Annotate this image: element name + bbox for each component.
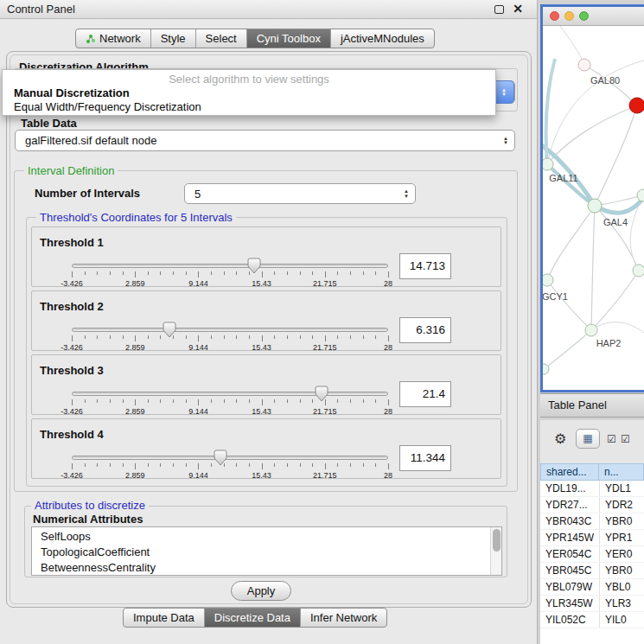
tick-mark — [186, 463, 187, 467]
network-tab-icon — [86, 34, 96, 44]
network-node[interactable] — [543, 158, 553, 170]
network-node[interactable] — [578, 59, 590, 71]
tick-label: 21.715 — [313, 407, 337, 416]
network-node[interactable] — [585, 324, 597, 336]
table-cell[interactable]: YIL052C — [540, 612, 599, 628]
table-data-combobox[interactable]: galFiltered.sif default node ▲▼ — [15, 130, 515, 151]
network-node[interactable] — [543, 364, 549, 374]
table-cell[interactable]: YPR1 — [599, 530, 644, 545]
table-row[interactable]: YBR045CYBR0 — [540, 563, 644, 579]
slider-track[interactable] — [72, 264, 388, 268]
column-header-name[interactable]: n... — [599, 463, 644, 481]
slider-track[interactable] — [72, 328, 388, 332]
tick-mark — [123, 399, 124, 403]
attribute-item[interactable]: TopologicalCoefficient — [32, 545, 501, 560]
table-row[interactable]: YDR27...YDR2 — [540, 497, 644, 513]
mac-close-button[interactable] — [550, 11, 559, 21]
thresholds-container: Threshold 1-3.4262.8599.14415.4321.71528… — [31, 226, 501, 482]
table-cell[interactable]: YDR2 — [599, 497, 644, 513]
table-cell[interactable]: YBR045C — [540, 563, 599, 578]
tab-impute-data[interactable]: Impute Data — [124, 609, 204, 627]
tick-mark — [72, 271, 73, 277]
table-cell[interactable]: YLR345W — [540, 596, 599, 611]
table-cell[interactable]: YER054C — [540, 546, 599, 562]
table-cell[interactable]: YLR3 — [599, 596, 644, 611]
table-cell[interactable]: YER0 — [599, 546, 644, 562]
network-node[interactable] — [629, 98, 644, 113]
tick-labels: -3.4262.8599.14415.4321.71528 — [72, 343, 388, 352]
gear-icon[interactable]: ⚙ — [554, 430, 566, 447]
network-node-label: GAL80 — [590, 75, 620, 86]
table-cell[interactable]: YBR043C — [540, 513, 599, 529]
apply-button[interactable]: Apply — [231, 581, 291, 601]
network-edge — [591, 322, 644, 333]
attribute-item[interactable]: SelfLoops — [32, 529, 501, 545]
network-node[interactable] — [637, 189, 644, 201]
table-row[interactable]: YER054CYER0 — [540, 546, 644, 563]
table-cell[interactable]: YPR145W — [540, 530, 599, 545]
network-node[interactable] — [543, 274, 553, 286]
tick-mark — [363, 271, 364, 275]
combo-arrow-cap[interactable]: ▲▼ — [494, 80, 514, 104]
close-icon[interactable]: ✕ — [513, 2, 523, 16]
tick-mark — [337, 271, 338, 275]
network-svg: GAL80GAL11GAL4GCY1HAP2 — [543, 26, 644, 390]
tick-label: 28 — [384, 279, 392, 288]
table-cell[interactable]: YBR0 — [599, 563, 644, 578]
tick-label: 21.715 — [313, 343, 337, 352]
mac-minimize-button[interactable] — [564, 11, 574, 21]
network-node[interactable] — [588, 199, 602, 213]
table-row[interactable]: YIL052CYIL0 — [540, 612, 644, 628]
table-row[interactable]: YBL079WYBL0 — [540, 579, 644, 596]
tick-mark — [287, 335, 288, 339]
tick-mark — [300, 399, 301, 403]
table-cell[interactable]: YDR27... — [540, 497, 599, 513]
tick-mark — [375, 399, 376, 403]
table-cell[interactable]: YDL19... — [540, 481, 599, 496]
tick-mark — [198, 399, 199, 405]
table-cell[interactable]: YDL1 — [599, 481, 644, 496]
table-row[interactable]: YPR145WYPR1 — [540, 530, 644, 546]
tick-mark — [363, 399, 364, 403]
mac-zoom-button[interactable] — [579, 11, 589, 21]
algorithm-option-equal-width-frequency-discretization[interactable]: Equal Width/Frequency Discretization — [3, 100, 495, 114]
tab-discretize-data[interactable]: Discretize Data — [204, 609, 300, 627]
slider-track[interactable] — [72, 392, 388, 396]
table-cell[interactable]: YBL0 — [599, 579, 644, 595]
tab-jactivemnodules[interactable]: jActiveMNodules — [330, 29, 434, 48]
num-intervals-combobox[interactable]: 5 ▲▼ — [184, 183, 416, 204]
float-window-icon[interactable] — [494, 5, 504, 14]
tab-cyni-toolbox[interactable]: Cyni Toolbox — [246, 29, 330, 48]
attributes-scrollbar[interactable] — [490, 527, 501, 575]
tick-label: 9.144 — [188, 471, 208, 480]
algorithm-option-manual-discretization[interactable]: Manual Discretization — [3, 86, 495, 100]
tick-label: 2.859 — [125, 343, 145, 352]
attribute-item[interactable]: BetweennessCentrality — [32, 560, 501, 576]
unselect-columns-icon[interactable]: ☑ — [621, 433, 630, 445]
table-row[interactable]: YLR345WYLR3 — [540, 596, 644, 612]
threshold-value-field[interactable]: 6.316 — [399, 317, 451, 343]
tab-network[interactable]: Network — [76, 29, 150, 48]
network-canvas[interactable]: GAL80GAL11GAL4GCY1HAP2 — [543, 26, 644, 390]
table-row[interactable]: YBR043CYBR0 — [540, 513, 644, 530]
column-header-shared[interactable]: shared... — [540, 463, 599, 481]
table-row[interactable]: YDL19...YDL1 — [540, 481, 644, 497]
tab-select[interactable]: Select — [195, 29, 246, 48]
scrollbar-thumb[interactable] — [493, 529, 501, 552]
table-cell[interactable]: YIL0 — [599, 612, 644, 628]
slider-track[interactable] — [72, 456, 388, 460]
threshold-value-field[interactable]: 14.713 — [399, 253, 451, 279]
tab-style[interactable]: Style — [150, 29, 195, 48]
network-node[interactable] — [633, 265, 644, 277]
threshold-value-field[interactable]: 11.344 — [399, 445, 451, 471]
combo-arrows-icon: ▲▼ — [404, 189, 409, 199]
tick-mark — [72, 463, 73, 469]
select-all-columns-icon[interactable]: ☑ — [607, 433, 616, 445]
columns-button[interactable]: ▦ — [576, 429, 600, 449]
table-cell[interactable]: YBL079W — [540, 579, 599, 595]
table-cell[interactable]: YBR0 — [599, 513, 644, 529]
tab-infer-network[interactable]: Infer Network — [300, 609, 386, 627]
tick-labels: -3.4262.8599.14415.4321.71528 — [72, 471, 388, 480]
threshold-value-field[interactable]: 21.4 — [399, 381, 451, 407]
network-edge — [547, 105, 637, 164]
